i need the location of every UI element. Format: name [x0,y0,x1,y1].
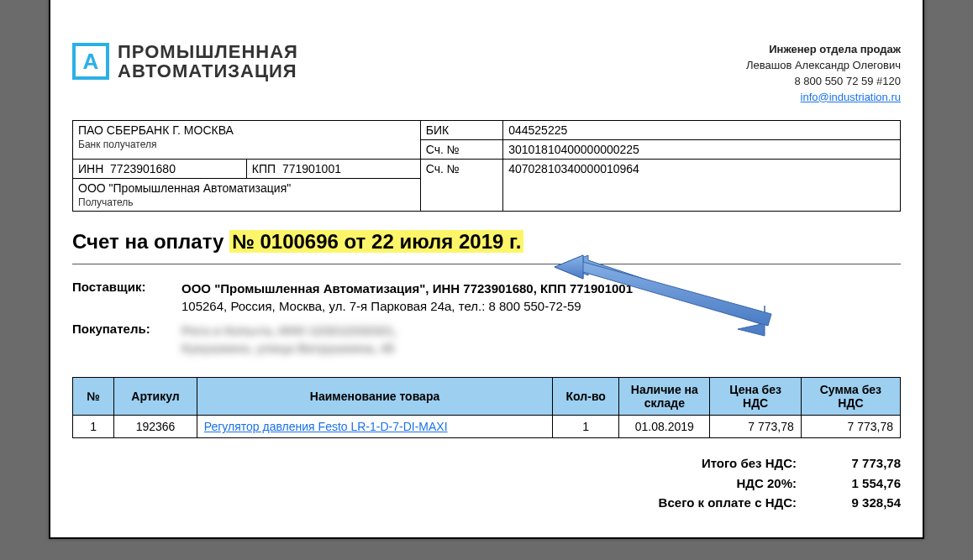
col-n: № [73,378,114,416]
supplier-row: Поставщик: ООО "Промышленная Автоматизац… [72,280,901,315]
total-value: 9 328,54 [817,493,901,512]
col-sku: Артикул [114,378,197,416]
buyer-row: Покупатель: Рога и Копыта, ИНН 123212332… [72,322,901,357]
logo-text: ПРОМЫШЛЕННАЯ АВТОМАТИЗАЦИЯ [118,42,298,81]
contact-block: Инженер отдела продаж Левашов Александр … [746,42,901,105]
document-viewport: А ПРОМЫШЛЕННАЯ АВТОМАТИЗАЦИЯ Инженер отд… [0,0,973,560]
total-label: Всего к оплате с НДС: [645,493,797,512]
logo-line2: АВТОМАТИЗАЦИЯ [118,61,298,81]
contact-email-link[interactable]: info@industriation.ru [801,91,901,103]
cell-n: 1 [73,416,114,438]
buyer-line2-blurred: Кукушкино, улица Ватрушкина, 45 [181,339,901,357]
contact-phone: 8 800 550 72 59 #120 [746,74,901,90]
invoice-number-date: № 0100696 от 22 июля 2019 г. [229,230,523,253]
header: А ПРОМЫШЛЕННАЯ АВТОМАТИЗАЦИЯ Инженер отд… [72,42,901,105]
cell-stock: 01.08.2019 [619,416,710,438]
logo-line1: ПРОМЫШЛЕННАЯ [118,42,298,61]
buyer-line1-blurred: Рога и Копыта, ИНН 123212332321, [181,322,901,339]
items-table: № Артикул Наименование товара Кол-во Нал… [72,377,901,438]
invoice-title: Счет на оплату № 0100696 от 22 июля 2019… [72,230,901,254]
logo-icon: А [72,43,109,80]
cell-sum: 7 773,78 [801,416,900,438]
supplier-main: ООО "Промышленная Автоматизация", ИНН 77… [181,280,901,297]
col-name: Наименование товара [197,378,553,416]
subtotal-label: Итого без НДС: [645,453,797,473]
subtotal-value: 7 773,78 [817,453,901,473]
contact-name: Левашов Александр Олегович [746,58,901,74]
cell-qty: 1 [553,416,619,438]
contact-role: Инженер отдела продаж [746,42,901,58]
col-sum: Сумма без НДС [801,378,900,416]
invoice-sheet: А ПРОМЫШЛЕННАЯ АВТОМАТИЗАЦИЯ Инженер отд… [49,0,924,539]
company-logo: А ПРОМЫШЛЕННАЯ АВТОМАТИЗАЦИЯ [72,42,298,81]
product-link[interactable]: Регулятор давления Festo LR-1-D-7-DI-MAX… [204,420,448,433]
buyer-label: Покупатель: [72,322,181,357]
invoice-prefix: Счет на оплату [72,230,229,253]
supplier-address: 105264, Россия, Москва, ул. 7-я Парковая… [181,297,901,315]
col-price: Цена без НДС [710,378,801,416]
table-row: 1 192366 Регулятор давления Festo LR-1-D… [73,416,901,438]
supplier-label: Поставщик: [72,280,181,315]
totals-block: Итого без НДС:7 773,78 НДС 20%:1 554,76 … [72,453,901,512]
cell-price: 7 773,78 [710,416,801,438]
vat-value: 1 554,76 [817,474,901,493]
vat-label: НДС 20%: [645,474,797,493]
col-qty: Кол-во [553,378,619,416]
svg-marker-3 [555,255,583,279]
divider [72,264,901,264]
bank-details-table: ПАО СБЕРБАНК Г. МОСКВАБанк получателяБИК… [72,120,901,212]
col-stock: Наличие на складе [619,378,710,416]
cell-sku: 192366 [114,416,197,438]
